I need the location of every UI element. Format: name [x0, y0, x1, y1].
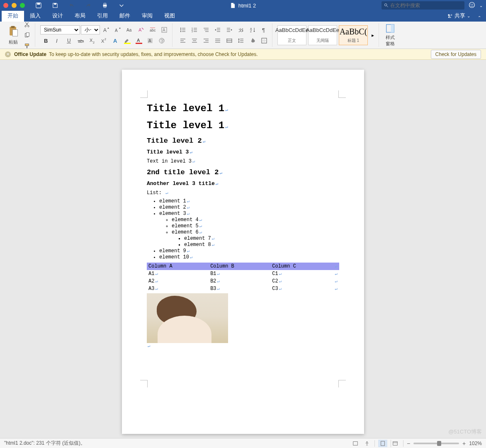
style-heading-1[interactable]: AaBbC( 标题 1 [339, 25, 368, 45]
document-canvas[interactable]: Title level 1↵ Title level 1↵ Title leve… [0, 60, 486, 438]
accessibility-icon[interactable] [363, 440, 371, 447]
table-row[interactable]: A2↵B2↵C2↵↵ [147, 278, 339, 285]
styles-more-icon[interactable]: ▸ [369, 32, 376, 38]
table-header-row[interactable]: Column A Column B Column C ↵ [147, 263, 339, 270]
align-right-button[interactable] [201, 36, 211, 45]
align-left-button[interactable] [177, 36, 188, 45]
undo-icon[interactable] [66, 1, 77, 10]
style-no-spacing[interactable]: AaBbCcDdEe 无间隔 [308, 25, 337, 45]
table-row[interactable]: A3↵B3↵C3↵↵ [147, 285, 339, 292]
autosave-icon[interactable] [33, 1, 44, 10]
zoom-slider[interactable] [413, 443, 459, 444]
underline-button[interactable]: U [63, 36, 74, 45]
table[interactable]: Column A Column B Column C ↵ A1↵B1↵C1↵↵ … [147, 263, 339, 292]
shrink-font-icon[interactable]: A [112, 25, 123, 34]
collapse-ribbon-icon[interactable]: ⌃ [474, 15, 484, 22]
zoom-level[interactable]: 102% [469, 441, 482, 446]
share-button[interactable]: 共享 ⌄ [443, 10, 474, 22]
clear-format-icon[interactable]: A [136, 25, 146, 34]
copy-icon[interactable] [22, 31, 32, 40]
heading-2[interactable]: Title level 2↵ [147, 137, 339, 145]
font-family-select[interactable]: SimSun [40, 25, 80, 34]
print-icon[interactable] [100, 1, 110, 10]
shading-button[interactable] [247, 36, 258, 45]
table-header[interactable]: Column C [270, 263, 332, 270]
redo-icon[interactable] [83, 1, 94, 10]
paragraph[interactable]: List: ↵ [147, 190, 339, 196]
close-notice-icon[interactable]: ✕ [5, 51, 11, 57]
sort-button[interactable]: AZ [247, 25, 258, 34]
tab-design[interactable]: 设计 [46, 10, 69, 22]
heading-2[interactable]: 2nd title level 2↵ [147, 168, 339, 176]
grow-font-icon[interactable]: A [101, 25, 112, 34]
bullets-button[interactable] [177, 25, 188, 34]
list-item[interactable]: element 10↵ [159, 254, 339, 260]
style-normal[interactable]: AaBbCcDdEe 正文 [277, 25, 306, 45]
justify-button[interactable] [212, 36, 223, 45]
char-shading-button[interactable]: A [145, 36, 156, 45]
text-effects-button[interactable]: A [110, 36, 121, 45]
distribute-button[interactable] [224, 36, 235, 45]
strikethrough-button[interactable]: abc [75, 36, 86, 45]
bold-button[interactable]: B [40, 36, 51, 45]
zoom-in-button[interactable]: + [462, 440, 466, 447]
line-spacing-button[interactable] [236, 36, 246, 45]
focus-mode-icon[interactable] [351, 440, 360, 447]
change-case-icon[interactable]: Aa [124, 25, 135, 34]
highlight-button[interactable] [122, 36, 132, 45]
show-marks-button[interactable]: ¶ [259, 25, 270, 34]
cut-icon[interactable] [22, 20, 32, 29]
zoom-window-button[interactable] [20, 3, 25, 8]
numbering-button[interactable]: 123 [189, 25, 200, 34]
italic-button[interactable]: I [52, 36, 63, 45]
table-header[interactable]: Column B [209, 263, 270, 270]
zoom-out-button[interactable]: − [407, 440, 410, 447]
phonetic-guide-icon[interactable]: abc [147, 25, 158, 34]
tab-home[interactable]: 开始 [2, 10, 24, 22]
font-size-select[interactable]: 小一 [81, 25, 100, 34]
qat-customize-icon[interactable] [116, 1, 127, 10]
align-center-button[interactable] [189, 36, 200, 45]
list-item[interactable]: element 5↵ [172, 223, 339, 229]
increase-indent-button[interactable] [224, 25, 235, 34]
search-box[interactable] [382, 1, 464, 10]
page[interactable]: Title level 1↵ Title level 1↵ Title leve… [122, 70, 364, 434]
print-layout-view-icon[interactable] [378, 440, 387, 447]
check-updates-button[interactable]: Check for Updates [431, 50, 481, 59]
heading-1[interactable]: Title level 1↵ [147, 103, 339, 114]
enclose-char-button[interactable]: 字 [156, 36, 167, 45]
superscript-button[interactable]: X2 [98, 36, 109, 45]
list-item[interactable]: element 4↵ [172, 217, 339, 223]
table-row[interactable]: A1↵B1↵C1↵↵ [147, 270, 339, 278]
font-color-button[interactable]: A [133, 36, 144, 45]
document-body[interactable]: Title level 1↵ Title level 1↵ Title leve… [147, 103, 339, 349]
minimize-window-button[interactable] [12, 3, 17, 8]
paragraph[interactable]: Text in level 3↵ [147, 158, 339, 164]
borders-button[interactable] [259, 36, 270, 45]
heading-1[interactable]: Title level 1↵ [147, 120, 339, 131]
list-item[interactable]: element 7↵ [184, 236, 339, 241]
list-item[interactable]: element 6↵ element 7↵ element 8↵ [172, 229, 339, 248]
list-item[interactable]: element 9↵ [159, 248, 339, 254]
bullet-list[interactable]: element 1↵ element 2↵ element 3↵ element… [147, 198, 339, 260]
table-header[interactable]: Column A [147, 263, 209, 270]
search-input[interactable] [390, 2, 462, 8]
list-item[interactable]: element 1↵ [159, 198, 339, 204]
decrease-indent-button[interactable] [212, 25, 223, 34]
list-item[interactable]: element 8↵ [184, 242, 339, 248]
embedded-image[interactable] [147, 293, 228, 343]
styles-pane-button[interactable]: 样式 窗格 [382, 23, 399, 47]
save-icon[interactable] [50, 1, 61, 10]
feedback-icon[interactable] [469, 2, 475, 10]
tab-layout[interactable]: 布局 [69, 10, 91, 22]
subscript-button[interactable]: X2 [87, 36, 97, 45]
text-direction-button[interactable]: 文 [236, 25, 246, 34]
close-window-button[interactable] [3, 3, 8, 8]
paste-button[interactable]: 粘贴 [6, 25, 21, 45]
heading-3[interactable]: Title level 3↵ [147, 149, 339, 155]
tab-view[interactable]: 视图 [158, 10, 181, 22]
titlebar-menu-icon[interactable]: ⌄ [479, 3, 483, 8]
list-item[interactable]: element 3↵ element 4↵ element 5↵ element… [159, 211, 339, 248]
tab-references[interactable]: 引用 [91, 10, 114, 22]
tab-mailings[interactable]: 邮件 [114, 10, 136, 22]
